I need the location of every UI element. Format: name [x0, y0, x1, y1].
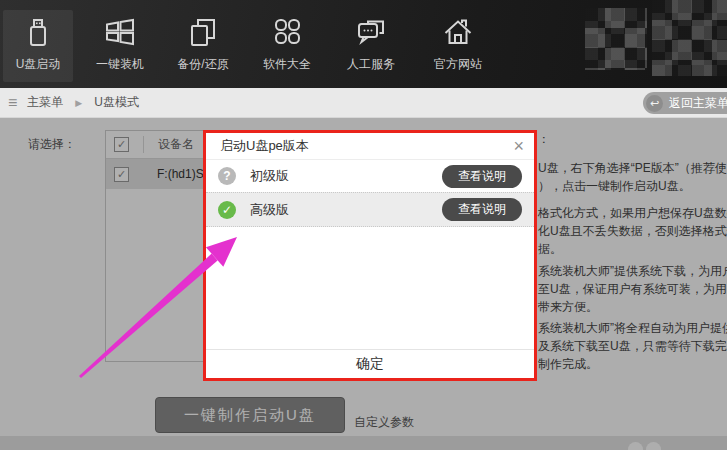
- windows-icon: [102, 14, 138, 50]
- top-toolbar: U盘启动 一键装机 备份/还原: [0, 0, 727, 88]
- red-annotation-rectangle: 启动U盘pe版本 × ? 初级版 查看说明 ✓ 高级版 查看说明 确定: [203, 130, 537, 381]
- option-row-advanced[interactable]: ✓ 高级版 查看说明: [206, 192, 534, 227]
- view-instructions-button[interactable]: 查看说明: [442, 198, 522, 221]
- home-icon: [440, 14, 476, 50]
- censored-logo-block: [652, 0, 727, 76]
- dialog-title: 启动U盘pe版本: [220, 137, 309, 155]
- toolbar-item-software-center[interactable]: 软件大全: [252, 10, 322, 82]
- toolbar-item-backup-restore[interactable]: 备份/还原: [168, 10, 238, 82]
- back-arrow-icon: ↩: [646, 95, 663, 112]
- toolbar-item-label: U盘启动: [16, 56, 61, 73]
- confirm-button[interactable]: 确定: [326, 355, 414, 373]
- question-icon: ?: [218, 167, 236, 185]
- toolbar-item-label: 备份/还原: [177, 56, 228, 73]
- dialog-header: 启动U盘pe版本 ×: [206, 133, 534, 160]
- app-window: U盘启动 一键装机 备份/还原: [0, 0, 727, 450]
- close-icon[interactable]: ×: [513, 135, 524, 157]
- toolbar-item-live-support[interactable]: 人工服务: [336, 10, 406, 82]
- breadcrumb-root[interactable]: 主菜单: [27, 94, 63, 111]
- back-to-main-menu-button[interactable]: ↩ 返回主菜单: [643, 92, 727, 114]
- chevron-right-icon: ▶: [75, 98, 82, 108]
- hamburger-icon[interactable]: ≡: [8, 95, 17, 111]
- censored-logo-block: [585, 8, 647, 70]
- option-label: 高级版: [250, 201, 289, 219]
- toolbar-item-official-site[interactable]: 官方网站: [423, 10, 493, 82]
- chat-service-icon: [353, 14, 389, 50]
- toolbar-item-label: 官方网站: [434, 56, 482, 73]
- back-button-label: 返回主菜单: [669, 95, 727, 112]
- pe-version-dialog: 启动U盘pe版本 × ? 初级版 查看说明 ✓ 高级版 查看说明 确定: [206, 133, 534, 378]
- toolbar-item-one-key-install[interactable]: 一键装机: [85, 10, 155, 82]
- breadcrumb-bar: ≡ 主菜单 ▶ U盘模式 ↩ 返回主菜单: [0, 88, 727, 118]
- toolbar-item-label: 软件大全: [263, 56, 311, 73]
- breadcrumb-current: U盘模式: [94, 94, 139, 111]
- toolbar-item-usb-boot[interactable]: U盘启动: [3, 10, 73, 82]
- dialog-footer: 确定: [206, 349, 534, 378]
- toolbar-item-label: 一键装机: [96, 56, 144, 73]
- toolbar-item-label: 人工服务: [347, 56, 395, 73]
- usb-drive-icon: [20, 14, 56, 50]
- view-instructions-button[interactable]: 查看说明: [442, 165, 522, 188]
- backup-restore-icon: [185, 14, 221, 50]
- option-label: 初级版: [250, 167, 289, 185]
- option-row-basic[interactable]: ? 初级版 查看说明: [206, 160, 534, 192]
- apps-grid-icon: [269, 14, 305, 50]
- check-icon: ✓: [218, 201, 236, 219]
